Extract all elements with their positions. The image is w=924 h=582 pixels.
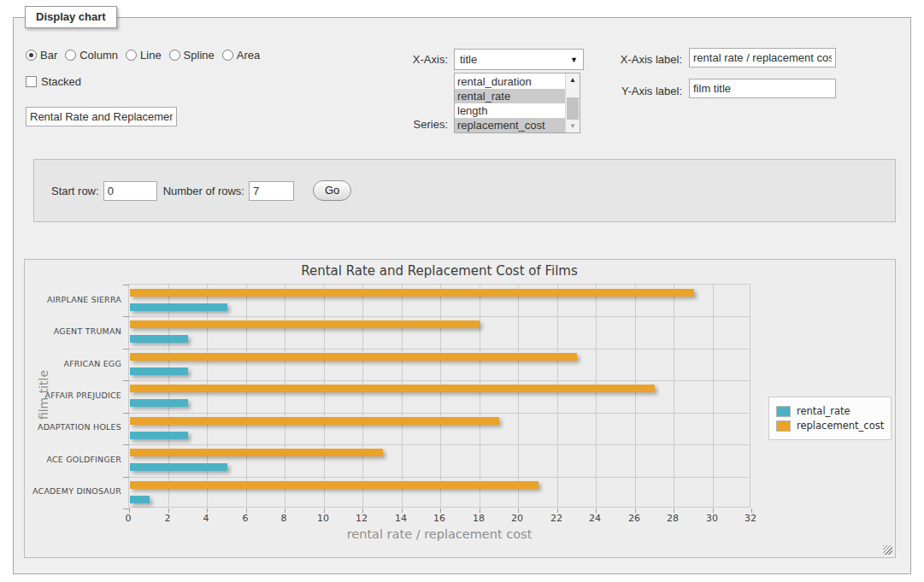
gridline-h [129, 316, 750, 317]
category-label: AFFAIR PREJUDICE [32, 391, 121, 400]
y-axis-label-input[interactable] [689, 79, 836, 98]
bar-rental_rate [130, 303, 227, 311]
series-listbox[interactable]: rental_durationrental_ratelengthreplacem… [454, 73, 580, 133]
bar-replacement_cost [130, 289, 694, 297]
chart-type-radio-label: Spline [184, 49, 215, 62]
gridline-h [129, 413, 750, 414]
category-label: AGENT TRUMAN [32, 326, 121, 336]
gridline-h [129, 444, 750, 445]
chart-title: Rental Rate and Replacement Cost of Film… [128, 263, 750, 279]
legend-entry-replacement_cost: replacement_cost [776, 420, 884, 432]
bar-rental_rate [130, 367, 188, 375]
x-tick-label: 20 [500, 513, 534, 524]
gridline-v [168, 285, 169, 507]
legend-label: rental_rate [797, 405, 850, 417]
x-tick-label: 22 [539, 513, 574, 524]
x-tick-label: 16 [422, 513, 456, 524]
category-label: ADAPTATION HOLES [32, 422, 121, 432]
gridline-v [713, 285, 714, 507]
chart-legend: rental_ratereplacement_cost [768, 397, 892, 440]
bar-replacement_cost [130, 449, 383, 456]
chart-type-radio-area[interactable] [222, 50, 233, 61]
series-options: rental_durationrental_ratelengthreplacem… [455, 73, 565, 132]
gridline-v [402, 285, 403, 507]
row-controls-box: Start row: Number of rows: Go [33, 159, 896, 222]
chart-container: Rental Rate and Replacement Cost of Film… [24, 259, 896, 558]
resize-handle-icon[interactable] [883, 545, 892, 555]
number-of-rows-label: Number of rows: [163, 185, 244, 197]
chart-type-option-spline: Spline [169, 49, 215, 62]
legend-entry-rental_rate: rental_rate [776, 405, 884, 417]
y-tick-mark [123, 413, 129, 414]
series-option-rental_duration[interactable]: rental_duration [455, 74, 565, 89]
y-tick-mark [123, 380, 129, 381]
gridline-v [557, 285, 558, 507]
bar-replacement_cost [130, 320, 480, 328]
legend-swatch-icon [776, 406, 791, 417]
chart-type-radio-label: Column [79, 49, 118, 62]
bar-rental_rate [130, 432, 188, 439]
x-tick-label: 24 [578, 513, 612, 524]
gridline-v [674, 285, 674, 507]
chart-type-radio-label: Area [237, 49, 260, 62]
number-of-rows-input[interactable] [249, 181, 294, 201]
x-axis-label-input[interactable] [689, 48, 836, 68]
category-label: AFRICAN EGG [32, 359, 121, 368]
x-tick-label: 12 [344, 513, 379, 524]
x-tick-label: 4 [189, 513, 223, 524]
x-tick-label: 8 [267, 513, 301, 524]
x-tick-label: 26 [617, 513, 651, 524]
gridline-v [207, 285, 208, 507]
gridline-v [635, 285, 636, 507]
chart-type-option-area: Area [222, 49, 260, 62]
chart-type-radio-bar[interactable] [26, 50, 37, 61]
x-axis-caption: X-Axis: [338, 53, 448, 66]
category-label: ACE GOLDFINGER [32, 455, 121, 464]
series-scrollbar[interactable]: ▲ ▼ [565, 73, 580, 132]
x-tick-label: 10 [306, 513, 340, 524]
chart-x-axis-title: rental rate / replacement cost [128, 527, 750, 541]
y-tick-mark [123, 316, 129, 317]
chart-type-radio-line[interactable] [126, 50, 137, 61]
y-tick-mark [123, 509, 129, 509]
x-tick-label: 32 [733, 513, 768, 524]
display-chart-panel: Display chart BarColumnLineSplineArea St… [13, 17, 911, 574]
y-tick-mark [123, 349, 129, 350]
y-axis-label-caption: Y-Axis label: [552, 85, 682, 97]
chart-type-radio-label: Bar [40, 49, 57, 62]
scroll-down-icon[interactable]: ▼ [566, 120, 580, 132]
plot-area [128, 284, 750, 508]
gridline-h [129, 380, 750, 381]
gridline-h [129, 349, 750, 350]
gridline-v [596, 285, 597, 507]
x-axis-label-caption: X-Axis label: [552, 53, 682, 66]
x-tick-label: 14 [384, 513, 418, 524]
start-row-input[interactable] [103, 181, 157, 201]
stacked-checkbox[interactable] [26, 76, 37, 87]
gridline-v [440, 285, 441, 507]
chart-type-option-column: Column [65, 49, 118, 62]
series-option-length[interactable]: length [455, 103, 565, 118]
x-tick-label: 18 [462, 513, 496, 524]
chart-type-option-bar: Bar [26, 49, 57, 62]
chart-type-radio-spline[interactable] [169, 50, 180, 61]
y-tick-mark [123, 285, 129, 285]
category-label: AIRPLANE SIERRA [32, 295, 121, 304]
scrollbar-thumb[interactable] [567, 97, 579, 120]
panel-title: Display chart [25, 6, 117, 28]
go-button[interactable]: Go [313, 180, 351, 201]
gridline-v [518, 285, 519, 507]
x-tick-label: 0 [111, 513, 145, 524]
bar-rental_rate [130, 463, 227, 471]
series-option-replacement_cost[interactable]: replacement_cost [455, 118, 565, 132]
x-tick-label: 6 [228, 513, 262, 524]
bar-rental_rate [130, 496, 150, 503]
gridline-v [480, 285, 480, 507]
chart-type-radio-column[interactable] [65, 50, 76, 61]
chart-title-input[interactable] [26, 107, 177, 126]
chart-type-radio-label: Line [140, 49, 162, 62]
legend-label: replacement_cost [797, 420, 884, 432]
x-tick-label: 2 [150, 513, 185, 524]
gridline-v [362, 285, 363, 507]
series-option-rental_rate[interactable]: rental_rate [455, 89, 565, 103]
